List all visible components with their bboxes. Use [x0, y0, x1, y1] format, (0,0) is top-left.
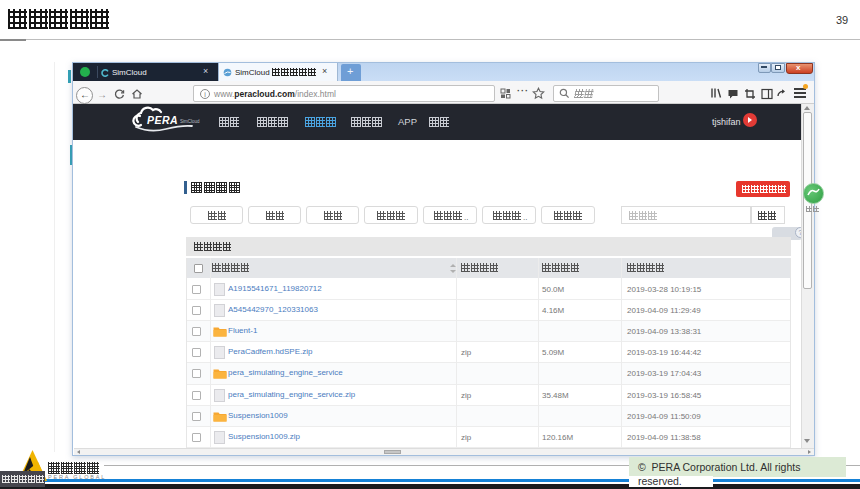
svg-text:SimCloud: SimCloud	[180, 119, 200, 124]
svg-text:PERA: PERA	[147, 114, 178, 126]
